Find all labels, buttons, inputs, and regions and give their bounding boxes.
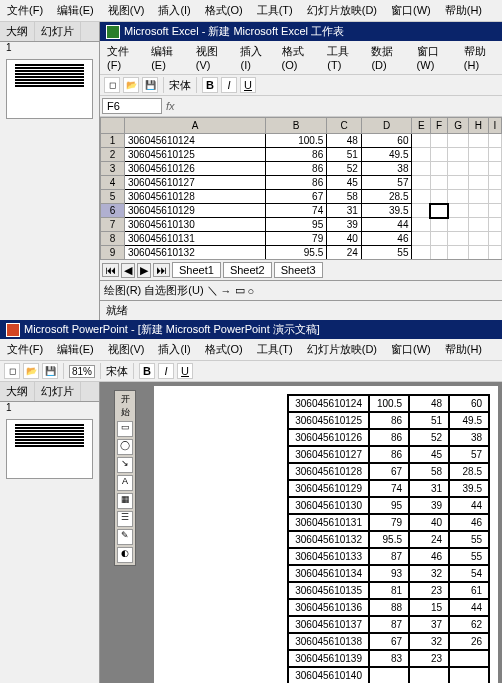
- cell[interactable]: [430, 204, 447, 218]
- zoom-select[interactable]: 81%: [69, 365, 95, 378]
- cell[interactable]: 60: [361, 134, 412, 148]
- table-cell[interactable]: 306045610125: [288, 412, 369, 429]
- menu-slideshow[interactable]: 幻灯片放映(D): [304, 2, 380, 19]
- fx-icon[interactable]: fx: [166, 100, 175, 112]
- table-cell[interactable]: [409, 667, 449, 683]
- cell[interactable]: [488, 176, 501, 190]
- cell[interactable]: 306045610126: [125, 162, 266, 176]
- cell[interactable]: 306045610132: [125, 246, 266, 260]
- table-cell[interactable]: 46: [449, 514, 489, 531]
- tab-slides[interactable]: 幻灯片: [35, 22, 81, 41]
- rect-icon[interactable]: ▭: [235, 284, 245, 297]
- table-cell[interactable]: 28.5: [449, 463, 489, 480]
- ppt-menu-help[interactable]: 帮助(H): [442, 341, 485, 358]
- cell[interactable]: [448, 148, 469, 162]
- cell[interactable]: 306045610128: [125, 190, 266, 204]
- name-box[interactable]: F6: [102, 98, 162, 114]
- cell[interactable]: 44: [361, 218, 412, 232]
- cell[interactable]: 86: [266, 148, 327, 162]
- table-cell[interactable]: 74: [369, 480, 409, 497]
- nav-first-icon[interactable]: ⏮: [102, 263, 119, 277]
- table-cell[interactable]: 26: [449, 633, 489, 650]
- bold-icon[interactable]: B: [139, 363, 155, 379]
- col-header[interactable]: F: [430, 118, 447, 134]
- slide-thumbnail[interactable]: [6, 59, 93, 119]
- table-cell[interactable]: 48: [409, 395, 449, 412]
- table-cell[interactable]: 306045610128: [288, 463, 369, 480]
- cell[interactable]: [488, 134, 501, 148]
- cell[interactable]: 39.5: [361, 204, 412, 218]
- tab-outline[interactable]: 大纲: [0, 22, 35, 41]
- cell[interactable]: [468, 218, 488, 232]
- cell[interactable]: 55: [361, 246, 412, 260]
- tool-icon[interactable]: ✎: [117, 529, 133, 545]
- cell[interactable]: [448, 134, 469, 148]
- ppt-menu-slideshow[interactable]: 幻灯片放映(D): [304, 341, 380, 358]
- table-cell[interactable]: 55: [449, 548, 489, 565]
- table-cell[interactable]: 32: [409, 633, 449, 650]
- menu-insert[interactable]: 插入(I): [155, 2, 193, 19]
- col-header[interactable]: C: [327, 118, 362, 134]
- open-icon[interactable]: 📂: [23, 363, 39, 379]
- ppt-menubar[interactable]: 文件(F) 编辑(E) 视图(V) 插入(I) 格式(O) 工具(T) 幻灯片放…: [0, 339, 502, 361]
- table-cell[interactable]: 306045610139: [288, 650, 369, 667]
- cell[interactable]: 86: [266, 162, 327, 176]
- cell[interactable]: [488, 190, 501, 204]
- cell[interactable]: [412, 190, 430, 204]
- tool-icon[interactable]: ▦: [117, 493, 133, 509]
- excel-menu-view[interactable]: 视图(V): [193, 43, 230, 72]
- table-cell[interactable]: 23: [409, 650, 449, 667]
- sheet3-tab[interactable]: Sheet3: [274, 262, 323, 278]
- cell[interactable]: [448, 232, 469, 246]
- cell[interactable]: 28.5: [361, 190, 412, 204]
- new-icon[interactable]: ◻: [104, 77, 120, 93]
- cell[interactable]: [448, 204, 469, 218]
- tool-icon[interactable]: ↘: [117, 457, 133, 473]
- cell[interactable]: 57: [361, 176, 412, 190]
- save-icon[interactable]: 💾: [42, 363, 58, 379]
- cell[interactable]: [412, 232, 430, 246]
- slide-canvas[interactable]: 306045610124100.54860306045610125865149.…: [154, 386, 498, 683]
- table-cell[interactable]: 87: [369, 616, 409, 633]
- table-cell[interactable]: 52: [409, 429, 449, 446]
- table-cell[interactable]: 81: [369, 582, 409, 599]
- table-cell[interactable]: 86: [369, 446, 409, 463]
- cell[interactable]: [488, 232, 501, 246]
- cell[interactable]: [468, 162, 488, 176]
- cell[interactable]: [412, 134, 430, 148]
- table-cell[interactable]: 306045610136: [288, 599, 369, 616]
- italic-icon[interactable]: I: [158, 363, 174, 379]
- underline-icon[interactable]: U: [240, 77, 256, 93]
- tool-icon[interactable]: ☰: [117, 511, 133, 527]
- cell[interactable]: [488, 148, 501, 162]
- cell[interactable]: [430, 162, 447, 176]
- table-cell[interactable]: 306045610138: [288, 633, 369, 650]
- cell[interactable]: [468, 190, 488, 204]
- cell[interactable]: 49.5: [361, 148, 412, 162]
- menu-format[interactable]: 格式(O): [202, 2, 246, 19]
- table-cell[interactable]: 306045610135: [288, 582, 369, 599]
- table-cell[interactable]: 306045610124: [288, 395, 369, 412]
- font-select[interactable]: 宋体: [169, 78, 191, 93]
- menu-tools[interactable]: 工具(T): [254, 2, 296, 19]
- menu-file[interactable]: 文件(F): [4, 2, 46, 19]
- table-cell[interactable]: 15: [409, 599, 449, 616]
- spreadsheet-grid[interactable]: ABCDEFGHI1306045610124100.54860230604561…: [100, 117, 502, 259]
- cell[interactable]: [412, 148, 430, 162]
- sheet-tabs[interactable]: ⏮ ◀ ▶ ⏭ Sheet1 Sheet2 Sheet3: [100, 259, 502, 280]
- table-cell[interactable]: 44: [449, 497, 489, 514]
- underline-icon[interactable]: U: [177, 363, 193, 379]
- cell[interactable]: 45: [327, 176, 362, 190]
- cell[interactable]: [448, 190, 469, 204]
- cell[interactable]: [488, 204, 501, 218]
- table-cell[interactable]: 37: [409, 616, 449, 633]
- row-header[interactable]: 6: [101, 204, 125, 218]
- cell[interactable]: 48: [327, 134, 362, 148]
- col-header[interactable]: D: [361, 118, 412, 134]
- ppt-menu-edit[interactable]: 编辑(E): [54, 341, 97, 358]
- ppt-menu-format[interactable]: 格式(O): [202, 341, 246, 358]
- excel-menu-format[interactable]: 格式(O): [279, 43, 317, 72]
- excel-menu-window[interactable]: 窗口(W): [414, 43, 453, 72]
- table-cell[interactable]: 306045610131: [288, 514, 369, 531]
- floating-toolbar[interactable]: 开始 ▭ ◯ ↘ A ▦ ☰ ✎ ◐: [114, 390, 136, 566]
